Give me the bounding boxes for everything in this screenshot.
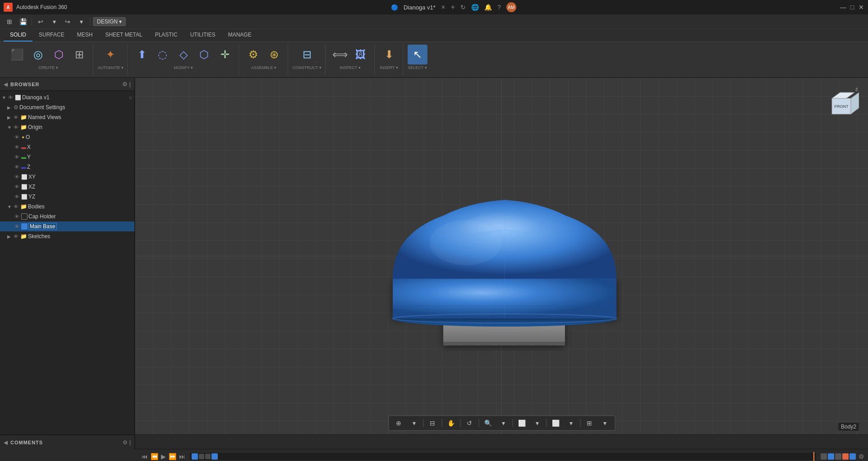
tab-sheet-metal[interactable]: SHEET METAL xyxy=(99,29,148,41)
tree-item-root[interactable]: ▼ 👁 ⬜ Dianoga v1 ☆ xyxy=(0,92,134,102)
combine-btn[interactable]: ⊞ xyxy=(69,45,89,65)
origin-yz-eye[interactable]: 👁 xyxy=(14,194,19,199)
timeline-track[interactable] xyxy=(190,453,816,460)
tree-item-origin-o[interactable]: 👁 ✦ O xyxy=(0,132,134,142)
timeline-settings-btn[interactable]: ⚙ xyxy=(859,453,864,460)
design-dropdown-btn[interactable]: DESIGN ▾ xyxy=(93,17,126,26)
press-pull-btn[interactable]: ⬆ xyxy=(132,45,152,65)
tree-item-origin[interactable]: ▼ 👁 📁 Origin xyxy=(0,122,134,132)
orbit-btn[interactable]: ↺ xyxy=(463,418,476,429)
timeline-start-btn[interactable]: ⏮ xyxy=(142,453,148,460)
pan-btn[interactable]: ✋ xyxy=(445,418,457,429)
origin-x-eye[interactable]: 👁 xyxy=(14,144,19,150)
section-analysis-btn[interactable]: 🖼 xyxy=(351,45,371,65)
tree-item-cap-holder[interactable]: 👁 Cap Holder xyxy=(0,212,134,221)
tree-item-origin-xy[interactable]: 👁 ⬜ XY xyxy=(0,172,134,182)
refresh-btn[interactable]: ↻ xyxy=(460,4,466,11)
visual-style-btn[interactable]: ⬜ xyxy=(549,418,562,429)
tree-item-origin-x[interactable]: 👁 ▬ X xyxy=(0,142,134,152)
grid-vis-btn[interactable]: ⊞ xyxy=(583,418,596,429)
tab-utilities[interactable]: UTILITIES xyxy=(184,29,222,41)
origin-xy-eye[interactable]: 👁 xyxy=(14,174,19,180)
sketch-marker-5[interactable] xyxy=(850,453,856,460)
timeline-end-btn[interactable]: ⏭ xyxy=(179,453,185,460)
select-btn[interactable]: ↖ xyxy=(408,45,427,65)
origin-xz-eye[interactable]: 👁 xyxy=(14,184,19,189)
new-component-btn[interactable]: ⬛ xyxy=(7,45,27,65)
minimize-btn[interactable]: — xyxy=(840,4,846,10)
display-mode-btn[interactable]: ⬜ xyxy=(515,418,528,429)
close-btn[interactable]: ✕ xyxy=(858,4,864,10)
grid-vis-dropdown[interactable]: ▾ xyxy=(598,418,611,429)
tree-item-origin-xz[interactable]: 👁 ⬜ XZ xyxy=(0,182,134,192)
notification-btn[interactable]: 🔔 xyxy=(484,4,492,11)
tree-item-origin-y[interactable]: 👁 ▬ Y xyxy=(0,152,134,162)
timeline-marker-3[interactable] xyxy=(205,454,211,459)
viewcube[interactable]: FRONT Z X xyxy=(823,87,859,123)
browser-settings-btn[interactable]: ⚙ xyxy=(122,81,128,88)
help-btn[interactable]: ? xyxy=(497,4,501,11)
automate-btn[interactable]: ✦ xyxy=(101,45,120,65)
bodies-eye[interactable]: 👁 xyxy=(14,204,18,209)
tab-plastic[interactable]: PLASTIC xyxy=(149,29,184,41)
close-tab-btn[interactable]: ✕ xyxy=(441,4,445,10)
ground-btn[interactable]: ⊛ xyxy=(264,45,284,65)
undo-btn[interactable]: ↩ xyxy=(35,16,46,28)
new-tab-btn[interactable]: + xyxy=(451,3,455,11)
root-eye[interactable]: 👁 xyxy=(8,95,13,100)
create-form-btn[interactable]: ⬡ xyxy=(49,45,69,65)
sketch-marker-1[interactable] xyxy=(821,453,827,460)
origin-y-eye[interactable]: 👁 xyxy=(14,154,19,160)
sketch-marker-4[interactable] xyxy=(842,453,849,460)
comments-collapse-btn[interactable]: ◀ xyxy=(4,439,8,446)
shell-btn[interactable]: ⬡ xyxy=(194,45,214,65)
cap-holder-eye[interactable]: 👁 xyxy=(14,214,19,219)
tab-surface[interactable]: SURFACE xyxy=(32,29,71,41)
timeline-cursor[interactable] xyxy=(813,452,814,461)
grid-btn[interactable]: ⊟ xyxy=(426,418,439,429)
save-btn[interactable]: 💾 xyxy=(17,16,29,28)
create-sketch-btn[interactable]: ◎ xyxy=(28,45,48,65)
joint-btn[interactable]: ⚙ xyxy=(243,45,263,65)
origin-eye[interactable]: 👁 xyxy=(14,124,18,130)
offset-plane-btn[interactable]: ⊟ - xyxy=(297,45,317,65)
named-views-eye[interactable]: 👁 xyxy=(14,115,18,120)
tab-solid[interactable]: SOLID xyxy=(4,29,32,41)
insert-btn[interactable]: ⬇ xyxy=(379,45,399,65)
fillet-btn[interactable]: ◌ xyxy=(153,45,173,65)
main-base-rename-input[interactable]: Main Base xyxy=(28,223,57,230)
tree-item-origin-yz[interactable]: 👁 ⬜ YZ xyxy=(0,192,134,202)
zoom-btn[interactable]: 🔍 xyxy=(482,418,494,429)
root-star-btn[interactable]: ☆ xyxy=(129,95,133,100)
visual-dropdown[interactable]: ▾ xyxy=(565,418,577,429)
sketch-marker-3[interactable] xyxy=(835,453,841,460)
sketches-eye[interactable]: 👁 xyxy=(14,234,18,239)
redo-arrow-btn[interactable]: ▾ xyxy=(75,16,87,28)
tree-item-bodies[interactable]: ▼ 👁 📁 Bodies xyxy=(0,202,134,212)
tree-item-origin-z[interactable]: 👁 ▬ Z xyxy=(0,162,134,172)
timeline-marker-2[interactable] xyxy=(199,454,204,459)
timeline-play-btn[interactable]: ▶ xyxy=(161,453,166,460)
browser-pin-btn[interactable]: | xyxy=(129,81,131,88)
timeline-marker-1[interactable] xyxy=(192,453,198,460)
apps-btn[interactable]: ⊞ xyxy=(4,16,15,28)
redo-btn[interactable]: ↪ xyxy=(62,16,73,28)
comments-pin-btn[interactable]: | xyxy=(129,439,131,446)
display-dropdown[interactable]: ▾ xyxy=(531,418,543,429)
snap-dropdown[interactable]: ▾ xyxy=(408,418,420,429)
measure-btn[interactable]: ⟺ xyxy=(330,45,350,65)
maximize-btn[interactable]: □ xyxy=(849,4,855,10)
undo-arrow-btn[interactable]: ▾ xyxy=(48,16,60,28)
timeline-prev-btn[interactable]: ⏪ xyxy=(151,453,158,460)
snap-btn[interactable]: ⊕ xyxy=(392,418,405,429)
zoom-dropdown[interactable]: ▾ xyxy=(497,418,510,429)
main-base-eye[interactable]: 👁 xyxy=(14,224,19,229)
timeline-marker-4[interactable] xyxy=(211,453,218,460)
chamfer-btn[interactable]: ◇ xyxy=(174,45,193,65)
viewport[interactable]: FRONT Z X ⊕ ▾ ⊟ ✋ ↺ 🔍 ▾ xyxy=(135,78,868,434)
tree-item-main-base[interactable]: 👁 Main Base xyxy=(0,221,134,231)
tab-manage[interactable]: MANAGE xyxy=(222,29,258,41)
origin-o-eye[interactable]: 👁 xyxy=(14,134,19,140)
tree-item-doc-settings[interactable]: ▶ ⚙ Document Settings xyxy=(0,102,134,112)
cloud-btn[interactable]: 🌐 xyxy=(471,4,479,11)
